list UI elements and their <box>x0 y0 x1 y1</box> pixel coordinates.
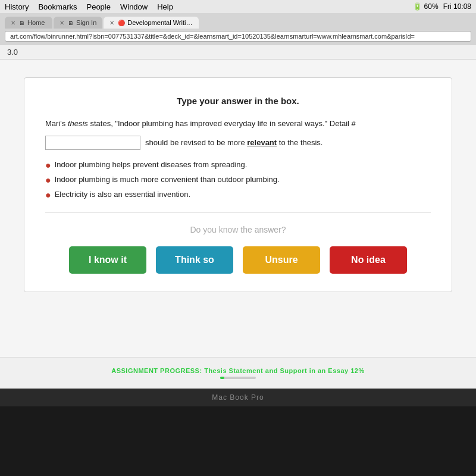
tab-bar: ✕ 🗎 Home ✕ 🗎 Sign In ✕ 🔴 Developmental W… <box>0 13 476 29</box>
tab-home[interactable]: ✕ 🗎 Home <box>5 17 52 29</box>
progress-bar-fill <box>220 377 224 379</box>
address-bar: art.com/flow/binrunner.html?isbn=0077531… <box>0 29 476 45</box>
bullet-1: ● <box>45 159 51 171</box>
tab-home-icon: 🗎 <box>19 20 25 26</box>
progress-text: ASSIGNMENT PROGRESS: Thesis Statement an… <box>10 367 466 374</box>
tab-home-label: Home <box>27 19 45 26</box>
menu-bookmarks[interactable]: Bookmarks <box>38 2 77 11</box>
menu-history[interactable]: History <box>5 2 29 11</box>
menu-people[interactable]: People <box>86 2 110 11</box>
progress-percent: 12% <box>350 367 365 374</box>
suffix-bold: relevant <box>247 138 277 147</box>
details-list: ● Indoor plumbing helps prevent diseases… <box>45 159 431 201</box>
text-part1: Mari's <box>45 119 68 128</box>
tab-signin[interactable]: ✕ 🗎 Sign In <box>54 17 102 29</box>
menu-help[interactable]: Help <box>157 2 173 11</box>
tab-home-close[interactable]: ✕ <box>11 20 15 26</box>
detail-text-3: Electricity is also an essential inventi… <box>55 189 190 200</box>
divider <box>45 212 431 213</box>
browser-chrome: ✕ 🗎 Home ✕ 🗎 Sign In ✕ 🔴 Developmental W… <box>0 13 476 45</box>
thinkso-button[interactable]: Think so <box>156 246 233 274</box>
progress-bar-container <box>220 377 256 379</box>
noidea-button[interactable]: No idea <box>330 246 407 274</box>
tab-devwriting-label: Developmental Writing 3.0 <box>127 19 193 26</box>
tab-signin-icon: 🗎 <box>68 20 74 26</box>
answer-row: should be revised to be more relevant to… <box>45 136 431 150</box>
clock: Fri 10:08 <box>443 2 471 11</box>
bullet-3: ● <box>45 189 51 201</box>
battery-status: 🔋 60% <box>413 2 438 11</box>
detail-text-1: Indoor plumbing helps prevent diseases f… <box>55 159 248 170</box>
tab-devwriting-icon: 🔴 <box>118 20 125 26</box>
detail-item-2: ● Indoor plumbing is much more convenien… <box>45 174 431 186</box>
detail-item-1: ● Indoor plumbing helps prevent diseases… <box>45 159 431 171</box>
app-header: 3.0 <box>0 45 476 60</box>
menu-window[interactable]: Window <box>120 2 148 11</box>
detail-item-3: ● Electricity is also an essential inven… <box>45 189 431 201</box>
tab-devwriting-close[interactable]: ✕ <box>109 20 114 26</box>
answer-suffix: should be revised to be more relevant to… <box>145 138 322 147</box>
mac-label: Mac Book Pro <box>212 393 264 402</box>
know-answer-text: Do you know the answer? <box>45 225 431 234</box>
tab-devwriting[interactable]: ✕ 🔴 Developmental Writing 3.0 <box>104 17 199 29</box>
url-display[interactable]: art.com/flow/binrunner.html?isbn=0077531… <box>5 31 471 42</box>
question-text: Mari's thesis states, "Indoor plumbing h… <box>45 118 431 130</box>
confidence-buttons: I know it Think so Unsure No idea <box>45 246 431 274</box>
menubar-right: 🔋 60% Fri 10:08 <box>413 2 471 11</box>
bullet-2: ● <box>45 174 51 186</box>
text-italic: thesis <box>68 119 88 128</box>
progress-label: ASSIGNMENT PROGRESS: Thesis Statement an… <box>111 367 348 374</box>
answer-input[interactable] <box>45 136 140 150</box>
progress-area: ASSIGNMENT PROGRESS: Thesis Statement an… <box>0 357 476 389</box>
main-content: Type your answer in the box. Mari's thes… <box>0 60 476 357</box>
iknowit-button[interactable]: I know it <box>69 246 146 274</box>
menubar: History Bookmarks People Window Help 🔋 6… <box>0 0 476 13</box>
tab-signin-label: Sign In <box>76 19 96 26</box>
mac-bar: Mac Book Pro <box>0 389 476 406</box>
suffix-end: to the thesis. <box>277 138 322 147</box>
text-part2: states, "Indoor plumbing has improved ev… <box>88 119 356 128</box>
detail-text-2: Indoor plumbing is much more convenient … <box>55 174 280 185</box>
tab-signin-close[interactable]: ✕ <box>60 20 64 26</box>
app-version: 3.0 <box>7 48 18 57</box>
unsure-button[interactable]: Unsure <box>243 246 320 274</box>
question-card: Type your answer in the box. Mari's thes… <box>24 77 452 292</box>
suffix-plain: should be revised to be more <box>145 138 247 147</box>
question-instruction: Type your answer in the box. <box>45 96 431 106</box>
